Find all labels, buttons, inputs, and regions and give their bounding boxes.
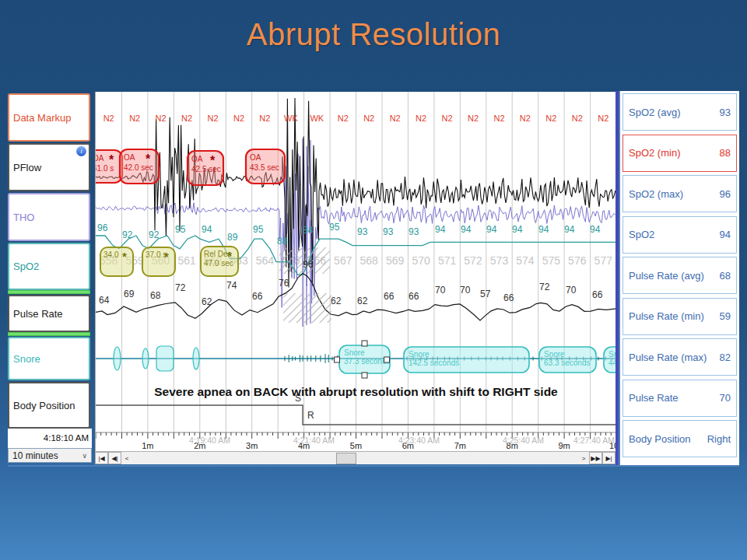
stat-body-position[interactable]: Body PositionRight	[622, 420, 737, 457]
epoch-number: 575	[542, 254, 561, 267]
channel-body-position[interactable]: Body Position	[8, 382, 90, 429]
sleep-stage-label: N2	[103, 114, 114, 123]
selection-handle[interactable]	[384, 357, 390, 362]
page-title: Abrupt Resolution	[0, 17, 747, 52]
stat-spo2-max[interactable]: SpO2 (max)96	[622, 175, 737, 212]
stat-value: Right	[707, 433, 731, 445]
spo2-value-label: 93	[357, 226, 368, 237]
channel-label: PFlow	[13, 162, 41, 173]
scrollbar-track[interactable]	[132, 452, 578, 464]
snore-event[interactable]: Snore44.0 seconds	[604, 347, 616, 373]
scrollbar-thumb[interactable]	[336, 453, 356, 464]
spo2-value-label: 94	[486, 224, 497, 235]
selection-handle[interactable]	[362, 373, 367, 378]
channel-label: SpO2	[13, 261, 39, 272]
sleep-stage-label: N2	[416, 114, 426, 123]
svg-text:Snore: Snore	[409, 350, 430, 359]
event-star-icon: *	[227, 249, 232, 262]
pulse-value-label: 72	[175, 282, 186, 293]
spo2-value-label: 94	[461, 224, 472, 235]
epoch-number: 570	[412, 254, 430, 267]
stat-value: 88	[720, 147, 731, 159]
snore-event[interactable]: Snore37.3 seconds	[335, 341, 391, 378]
desaturation-event[interactable]: 34.0*	[100, 247, 133, 276]
chevron-down-icon: ∨	[82, 452, 87, 460]
obstructive-apnea-event[interactable]: OA43.5 sec	[246, 149, 285, 184]
window-start-time: 4:18:10 AM	[8, 429, 92, 448]
page-forward-button[interactable]: ▶▶	[589, 452, 602, 464]
event-star-icon: *	[109, 153, 114, 166]
window-length-value: 10 minutes	[12, 450, 58, 461]
selection-handle[interactable]	[362, 341, 367, 346]
clock-time-label: 4:21:40 AM	[293, 436, 335, 445]
snore-blip[interactable]	[114, 347, 121, 370]
epoch-number: 571	[438, 254, 457, 267]
channel-pflow[interactable]: PFlowi	[8, 143, 90, 191]
chart-right-border	[615, 91, 618, 465]
stat-pulse-rate-avg[interactable]: Pulse Rate (avg)68	[622, 257, 737, 294]
scroll-left-arrow[interactable]: <	[121, 452, 132, 464]
stat-value: 59	[720, 310, 731, 322]
spo2-value-label: 84	[303, 225, 314, 236]
channel-label: Data Markup	[13, 112, 71, 124]
sleep-stage-label: N2	[207, 114, 218, 123]
obstructive-apnea-event[interactable]: OA41.0 s*	[96, 150, 122, 183]
epoch-number: 567	[334, 254, 352, 267]
scroll-right-arrow[interactable]: >	[578, 452, 589, 464]
svg-text:OA: OA	[96, 154, 104, 163]
channel-snore[interactable]: Snore	[8, 337, 90, 380]
stat-spo2-min[interactable]: SpO2 (min)88	[622, 135, 737, 172]
selection-handle[interactable]	[335, 357, 340, 362]
spo2-value-label: 95	[175, 224, 186, 235]
stat-pulse-rate-min[interactable]: Pulse Rate (min)59	[622, 298, 737, 335]
desaturation-event[interactable]: 37.0 s*	[142, 247, 175, 276]
window-length-dropdown[interactable]: 10 minutes ∨	[8, 448, 92, 463]
channel-pulse-rate[interactable]: Pulse Rate	[8, 295, 90, 332]
sleep-stage-label: N2	[520, 114, 531, 123]
svg-text:Snore: Snore	[344, 348, 365, 357]
stat-spo2-avg[interactable]: SpO2 (avg)93	[622, 93, 737, 131]
spo2-value-label: 92	[149, 229, 160, 240]
channel-data-markup[interactable]: Data Markup	[8, 93, 90, 142]
spo2-value-label: 96	[97, 222, 108, 233]
channel-label: THO	[13, 212, 34, 223]
epoch-number: 568	[360, 254, 379, 267]
desaturation-event[interactable]: Rel Des47.0 sec*	[201, 247, 238, 276]
go-first-button[interactable]: |◀	[95, 452, 108, 464]
channel-tho[interactable]: THO	[8, 193, 90, 241]
polysomnogram-chart: 5585595605615625635645655665675685695705…	[95, 92, 616, 451]
stat-spo2[interactable]: SpO294	[622, 216, 737, 254]
sleep-stage-label: N2	[129, 114, 140, 123]
time-scrollbar[interactable]: |◀ ◀| < > ▶▶ ▶|	[95, 451, 615, 464]
snore-blip[interactable]	[193, 348, 199, 369]
page-back-button[interactable]: ◀|	[108, 452, 121, 464]
svg-text:34.0: 34.0	[103, 250, 119, 259]
channel-spo2[interactable]: SpO2	[8, 243, 90, 290]
minute-label: 1m	[142, 441, 153, 450]
artifact-hatch	[283, 293, 331, 323]
spo2-value-label: 94	[202, 224, 212, 235]
pulse-value-label: 66	[252, 291, 263, 302]
svg-text:43.5 sec: 43.5 sec	[250, 163, 279, 172]
sleep-stage-label: N2	[572, 114, 583, 123]
pulse-value-label: 96	[303, 259, 314, 270]
snore-event[interactable]: Snore63.3 seconds	[539, 347, 596, 373]
stat-value: 70	[720, 392, 731, 404]
pulse-value-label: 76	[279, 278, 289, 289]
sleep-stage-label: N2	[181, 114, 192, 123]
stat-pulse-rate-max[interactable]: Pulse Rate (max)82	[622, 338, 737, 376]
stat-pulse-rate[interactable]: Pulse Rate70	[622, 380, 737, 417]
obstructive-apnea-event[interactable]: OA42.5 sec*	[188, 151, 223, 185]
snore-blip[interactable]	[142, 348, 149, 369]
pulse-value-label: 57	[480, 289, 491, 299]
snore-blip[interactable]	[156, 346, 174, 371]
spo2-value-label: 95	[329, 222, 340, 233]
info-icon[interactable]: i	[76, 146, 86, 156]
svg-text:63.3 seconds: 63.3 seconds	[544, 359, 591, 367]
snore-event[interactable]: Snore142.5 seconds	[404, 347, 529, 373]
obstructive-apnea-event[interactable]: OA42.0 sec*	[120, 149, 159, 184]
go-last-button[interactable]: ▶|	[602, 452, 615, 464]
epoch-number: 573	[490, 254, 509, 267]
technician-annotation: Severe apnea on BACK with abrupt resolut…	[96, 385, 616, 399]
stat-value: 94	[720, 229, 731, 240]
